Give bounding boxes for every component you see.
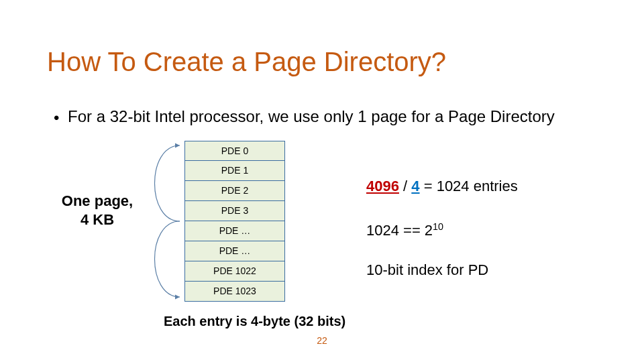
ann-4096: 4096 [366, 178, 399, 194]
entry-caption: Each entry is 4-byte (32 bits) [164, 314, 345, 329]
bullet-line: • For a 32-bit Intel processor, we use o… [54, 107, 555, 127]
pde-row: PDE 1022 [184, 261, 285, 282]
pde-row: PDE 1 [184, 161, 285, 181]
pde-row: PDE 0 [184, 141, 285, 161]
one-page-line2: 4 KB [50, 210, 144, 229]
one-page-line1: One page, [50, 192, 144, 210]
one-page-label: One page, 4 KB [50, 192, 144, 229]
ann-rest: = 1024 entries [424, 178, 518, 194]
ann-exp: 10 [433, 221, 443, 232]
pde-row: PDE … [184, 221, 285, 241]
slide-title: How To Create a Page Directory? [47, 47, 446, 77]
ann-slash: / [403, 178, 411, 194]
annotation-entries: 4096 / 4 = 1024 entries [366, 178, 518, 195]
annotation-index: 10-bit index for PD [366, 261, 488, 279]
ann-1024: 1024 == 2 [366, 222, 433, 239]
bullet-dot: • [54, 109, 59, 127]
pde-row: PDE 2 [184, 181, 285, 201]
page-number: 22 [0, 335, 644, 346]
annotation-power: 1024 == 210 [366, 221, 443, 239]
pde-row: PDE 1023 [184, 282, 285, 302]
pde-row: PDE … [184, 241, 285, 261]
pde-row: PDE 3 [184, 201, 285, 221]
ann-4: 4 [411, 178, 419, 194]
pde-table: PDE 0 PDE 1 PDE 2 PDE 3 PDE … PDE … PDE … [184, 141, 285, 302]
brace-arrows-icon [133, 137, 186, 305]
bullet-text: For a 32-bit Intel processor, we use onl… [68, 107, 555, 125]
